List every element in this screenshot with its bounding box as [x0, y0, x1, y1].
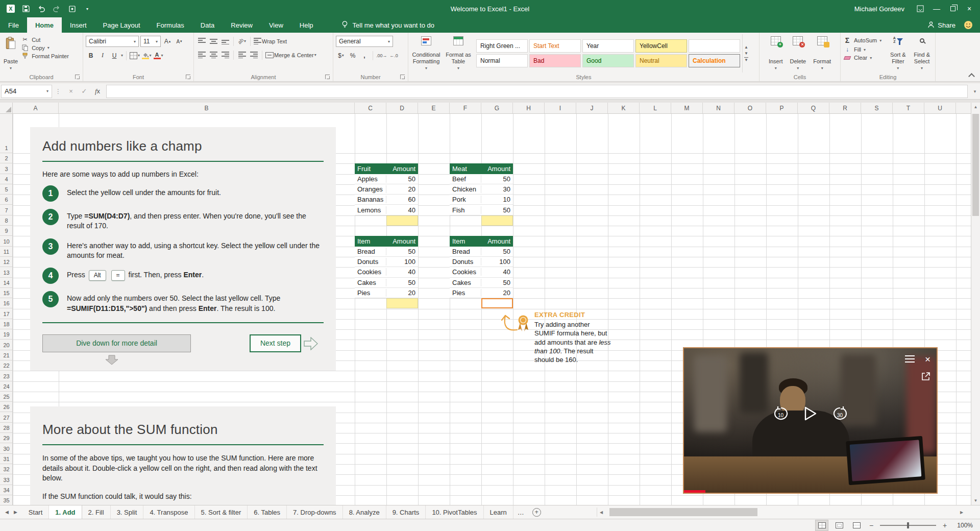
delete-cells-button[interactable]: × Delete▾	[788, 34, 808, 73]
sheet-tab-4-transpose[interactable]: 4. Transpose	[143, 505, 194, 519]
fill-color-button[interactable]: ▾	[141, 50, 152, 61]
save-button[interactable]	[19, 3, 33, 15]
sheet-tab-8-analyze[interactable]: 8. Analyze	[343, 505, 386, 519]
decrease-decimal-button[interactable]: ←.0	[389, 50, 399, 61]
ribbon-tab-file[interactable]: File	[0, 17, 27, 33]
ribbon-tab-formulas[interactable]: Formulas	[149, 17, 192, 33]
video-popout-icon[interactable]	[921, 372, 930, 383]
normal-view-button[interactable]	[816, 520, 828, 530]
sheet-tab-start[interactable]: Start	[22, 505, 49, 519]
item-right-answer-cell[interactable]	[481, 298, 513, 308]
row-header-27[interactable]: 27	[0, 413, 13, 423]
cell-style-blank[interactable]	[689, 39, 740, 53]
gallery-down-button[interactable]: ▼	[744, 51, 748, 56]
touch-mode-button[interactable]	[65, 3, 79, 15]
font-family-select[interactable]: Calibri▾	[86, 36, 139, 47]
sheet-tab-7-drop-downs[interactable]: 7. Drop-downs	[287, 505, 343, 519]
clear-button[interactable]: Clear▾	[843, 55, 885, 61]
excel-app-icon[interactable]: X	[4, 3, 17, 15]
fruit-answer-cell[interactable]	[386, 215, 418, 226]
horizontal-scrollbar[interactable]: ◀ ▶	[597, 508, 966, 517]
row-header-33[interactable]: 33	[0, 474, 13, 485]
redo-button[interactable]	[50, 3, 63, 15]
row-header-12[interactable]: 12	[0, 257, 13, 267]
column-header-G[interactable]: G	[481, 103, 513, 114]
cancel-formula-button[interactable]: ×	[64, 85, 78, 98]
meat-row-beef[interactable]: Beef50	[450, 174, 513, 184]
row-header-23[interactable]: 23	[0, 371, 13, 381]
comma-format-button[interactable]: ,	[359, 50, 370, 61]
item-left-row-pies[interactable]: Pies20	[355, 288, 418, 298]
row-header-28[interactable]: 28	[0, 423, 13, 433]
align-top-button[interactable]	[197, 36, 207, 46]
column-header-Q[interactable]: Q	[798, 103, 829, 114]
fruit-row-oranges[interactable]: Oranges20	[355, 184, 418, 195]
number-dialog-launcher[interactable]	[400, 75, 405, 79]
sheet-tab-5-sort-filter[interactable]: 5. Sort & filter	[195, 505, 248, 519]
gallery-up-button[interactable]: ▲	[744, 45, 748, 50]
meat-row-chicken[interactable]: Chicken30	[450, 184, 513, 195]
row-header-30[interactable]: 30	[0, 443, 13, 453]
name-box[interactable]: A54▾	[1, 85, 52, 98]
undo-button[interactable]	[35, 3, 48, 15]
item-right-row-bread[interactable]: Bread50	[450, 247, 513, 257]
insert-function-button[interactable]: fx	[91, 85, 104, 98]
item-right-row-donuts[interactable]: Donuts100	[450, 257, 513, 267]
column-header-O[interactable]: O	[734, 103, 766, 114]
row-header-34[interactable]: 34	[0, 485, 13, 495]
item-right-row-cookies[interactable]: Cookies40	[450, 267, 513, 277]
scroll-left-arrow[interactable]: ◀	[597, 508, 605, 517]
column-header-U[interactable]: U	[924, 103, 956, 114]
sheet-tab-2-fill[interactable]: 2. Fill	[82, 505, 111, 519]
align-left-button[interactable]	[197, 50, 207, 60]
next-step-button[interactable]: Next step	[250, 334, 301, 352]
forward-30-button[interactable]: 30	[832, 406, 848, 423]
sheet-tab-overflow[interactable]: …	[513, 505, 528, 519]
fruit-row-lemons[interactable]: Lemons40	[355, 205, 418, 215]
sheet-scroll-left-button[interactable]: ◀	[5, 510, 9, 515]
cell-style-calculation[interactable]: Calculation	[689, 54, 740, 67]
restore-button[interactable]	[945, 2, 961, 15]
page-break-view-button[interactable]	[850, 520, 863, 530]
cell-style-year[interactable]: Year	[582, 39, 634, 53]
row-header-1[interactable]: 1	[0, 114, 13, 153]
column-header-K[interactable]: K	[608, 103, 640, 114]
column-header-L[interactable]: L	[640, 103, 671, 114]
sheet-tab-6-tables[interactable]: 6. Tables	[248, 505, 287, 519]
column-header-H[interactable]: H	[513, 103, 545, 114]
cell-style-normal[interactable]: Normal	[476, 54, 528, 67]
currency-format-button[interactable]: $▾	[336, 50, 346, 61]
video-menu-icon[interactable]	[905, 353, 915, 365]
column-header-S[interactable]: S	[861, 103, 893, 114]
select-all-button[interactable]	[0, 103, 13, 114]
meat-row-pork[interactable]: Pork10	[450, 195, 513, 205]
cell-style-neutral[interactable]: Neutral	[635, 54, 687, 67]
customize-qat-button[interactable]: ▾	[81, 3, 94, 15]
sheet-scroll-right-button[interactable]: ▶	[14, 510, 17, 515]
play-button[interactable]	[804, 406, 817, 423]
row-header-32[interactable]: 32	[0, 464, 13, 474]
fruit-row-bananas[interactable]: Bananas60	[355, 195, 418, 205]
decrease-font-size-button[interactable]: A▾	[174, 36, 184, 47]
row-header-13[interactable]: 13	[0, 267, 13, 277]
autosum-button[interactable]: ΣAutoSum▾	[843, 36, 885, 44]
ribbon-tab-insert[interactable]: Insert	[62, 17, 95, 33]
font-size-select[interactable]: 11▾	[140, 36, 161, 47]
row-header-3[interactable]: 3	[0, 163, 13, 174]
font-color-button[interactable]: A▾	[153, 50, 163, 61]
row-header-24[interactable]: 24	[0, 381, 13, 392]
row-header-11[interactable]: 11	[0, 247, 13, 257]
borders-button[interactable]: ▾	[130, 50, 140, 61]
ribbon-display-options-button[interactable]	[913, 2, 928, 15]
underline-dropdown[interactable]: ▾	[121, 53, 123, 58]
row-header-29[interactable]: 29	[0, 433, 13, 443]
sheet-tab-1-add[interactable]: 1. Add	[49, 505, 82, 519]
meat-row-fish[interactable]: Fish50	[450, 205, 513, 215]
row-header-22[interactable]: 22	[0, 360, 13, 371]
row-header-14[interactable]: 14	[0, 278, 13, 288]
scroll-right-arrow[interactable]: ▶	[958, 508, 966, 517]
sort-filter-button[interactable]: AZ Sort & Filter▾	[886, 34, 910, 73]
page-layout-view-button[interactable]	[833, 520, 845, 530]
item-left-row-bread[interactable]: Bread50	[355, 247, 418, 257]
cell-style-start-text[interactable]: Start Text	[529, 39, 581, 53]
